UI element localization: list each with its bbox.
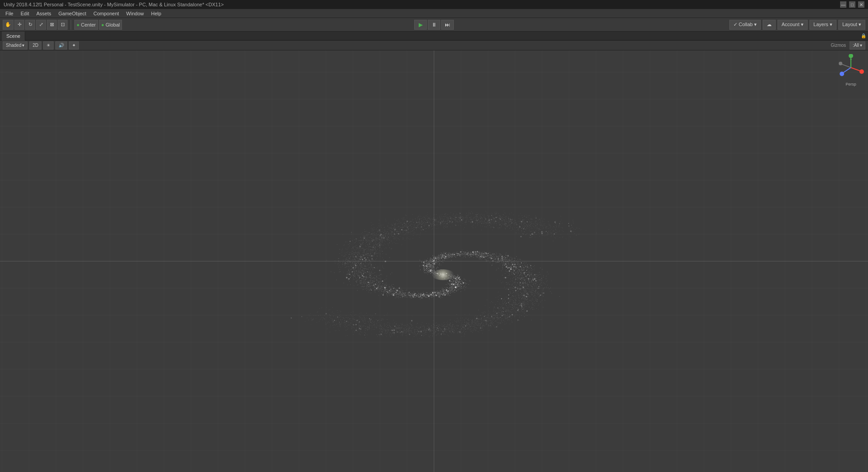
- global-button[interactable]: ● Global: [99, 20, 122, 30]
- minimize-button[interactable]: —: [840, 1, 846, 8]
- hand-tool-button[interactable]: ✋: [3, 20, 14, 30]
- scene-toolbar-right: Gizmos :All ▾: [831, 41, 865, 50]
- layers-button[interactable]: Layers ▾: [809, 20, 836, 30]
- axes-gizmo-svg: Y X Z: [837, 54, 864, 81]
- title-bar-text: Unity 2018.4.12f1 Personal - TestScene.u…: [4, 2, 224, 7]
- scene-canvas: [0, 50, 868, 472]
- maximize-button[interactable]: □: [849, 1, 855, 8]
- gizmos-label: Gizmos: [831, 43, 846, 48]
- svg-point-7: [839, 62, 842, 65]
- scene-gizmo[interactable]: Y X Z Persp: [837, 54, 864, 90]
- collab-button[interactable]: ✓ Collab ▾: [729, 20, 761, 30]
- menu-help[interactable]: Help: [147, 10, 165, 17]
- scene-tab[interactable]: Scene: [2, 32, 25, 41]
- effects-toggle-button[interactable]: ✦: [69, 41, 79, 50]
- toolbar: ✋ ✛ ↻ ⤢ ⊠ ⊡ ● Center ● Global ▶ ⏸ ⏭ ✓ Co…: [0, 18, 868, 32]
- menu-edit[interactable]: Edit: [17, 10, 33, 17]
- menu-assets[interactable]: Assets: [33, 10, 55, 17]
- pause-button[interactable]: ⏸: [428, 20, 440, 30]
- move-tool-button[interactable]: ✛: [14, 20, 24, 30]
- center-controls: ▶ ⏸ ⏭: [414, 20, 454, 30]
- play-button[interactable]: ▶: [414, 20, 427, 30]
- gizmos-button[interactable]: :All ▾: [850, 41, 865, 50]
- cloud-icon: ☁: [767, 22, 772, 27]
- scene-lock-button[interactable]: 🔒: [861, 33, 866, 38]
- scene-tabbar: Scene 🔒: [0, 32, 868, 41]
- shade-mode-button[interactable]: Shaded ▾: [3, 41, 27, 50]
- pivot-group: ● Center ● Global: [74, 20, 122, 30]
- menu-window[interactable]: Window: [122, 10, 147, 17]
- menu-file[interactable]: File: [2, 10, 17, 17]
- svg-line-4: [843, 68, 851, 73]
- separator-1: [71, 20, 71, 30]
- menu-component[interactable]: Component: [90, 10, 122, 17]
- lighting-toggle-button[interactable]: ☀: [43, 41, 54, 50]
- audio-toggle-button[interactable]: 🔊: [55, 41, 67, 50]
- scene-tabbar-right: 🔒: [861, 33, 866, 38]
- scene-view[interactable]: Y X Z Persp: [0, 50, 868, 472]
- tool-group: ✋ ✛ ↻ ⤢ ⊠ ⊡: [3, 20, 68, 30]
- persp-label[interactable]: Persp: [845, 82, 856, 86]
- svg-point-1: [849, 54, 853, 58]
- title-bar: Unity 2018.4.12f1 Personal - TestScene.u…: [0, 0, 868, 9]
- rect-tool-button[interactable]: ⊠: [47, 20, 57, 30]
- account-button[interactable]: Account ▾: [778, 20, 808, 30]
- title-bar-controls: — □ ✕: [840, 1, 864, 8]
- main-content: Scene 🔒 Shaded ▾ 2D ☀ 🔊 ✦ Gizmos :All ▾: [0, 32, 868, 472]
- right-controls: ✓ Collab ▾ ☁ Account ▾ Layers ▾ Layout ▾: [729, 20, 865, 30]
- svg-line-6: [841, 64, 851, 68]
- svg-line-2: [851, 68, 861, 71]
- svg-text:Z: Z: [841, 73, 843, 76]
- shade-chevron-icon: ▾: [22, 43, 24, 48]
- scale-tool-button[interactable]: ⤢: [36, 20, 46, 30]
- transform-tool-button[interactable]: ⊡: [58, 20, 68, 30]
- menu-bar: File Edit Assets GameObject Component Wi…: [0, 9, 868, 18]
- 2d-mode-button[interactable]: 2D: [29, 41, 41, 50]
- rotate-tool-button[interactable]: ↻: [25, 20, 35, 30]
- cloud-button[interactable]: ☁: [763, 20, 776, 30]
- gizmos-chevron-icon: ▾: [860, 43, 862, 48]
- menu-gameobject[interactable]: GameObject: [55, 10, 90, 17]
- layout-button[interactable]: Layout ▾: [838, 20, 865, 30]
- scene-toolbar: Shaded ▾ 2D ☀ 🔊 ✦ Gizmos :All ▾: [0, 41, 868, 50]
- close-button[interactable]: ✕: [858, 1, 864, 8]
- svg-text:Y: Y: [850, 59, 852, 62]
- step-button[interactable]: ⏭: [441, 20, 454, 30]
- svg-text:X: X: [861, 71, 863, 74]
- center-pivot-button[interactable]: ● Center: [74, 20, 98, 30]
- collab-check-icon: ✓: [733, 22, 737, 27]
